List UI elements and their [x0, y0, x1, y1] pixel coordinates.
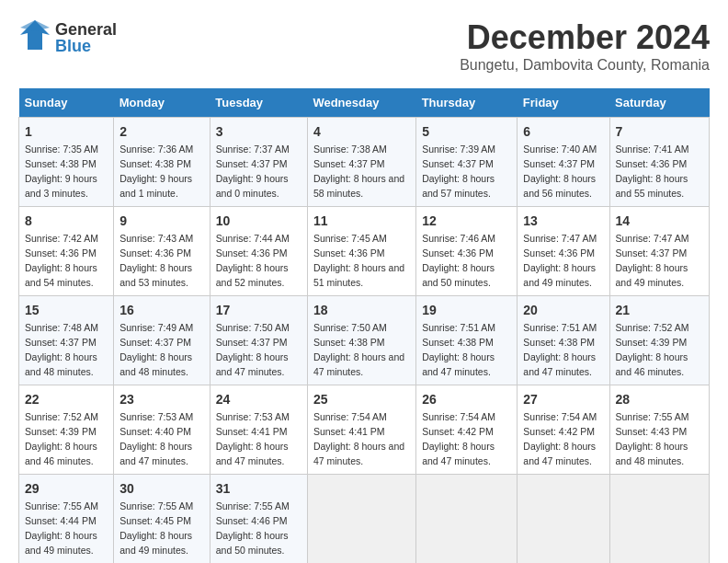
table-row: 22 Sunrise: 7:52 AM Sunset: 4:39 PM Dayl… — [19, 385, 114, 475]
day-sunrise: Sunrise: 7:51 AM — [422, 322, 495, 333]
day-number: 16 — [119, 301, 204, 319]
day-daylight: Daylight: 8 hours and 48 minutes. — [25, 351, 97, 377]
day-number: 25 — [313, 390, 410, 408]
day-sunset: Sunset: 4:41 PM — [313, 426, 385, 437]
day-number: 2 — [119, 122, 204, 141]
day-number: 23 — [119, 390, 204, 408]
day-number: 11 — [313, 212, 410, 230]
day-sunset: Sunset: 4:38 PM — [313, 337, 385, 348]
day-number: 12 — [422, 212, 511, 230]
day-sunset: Sunset: 4:39 PM — [616, 337, 688, 348]
table-row: 29 Sunrise: 7:55 AM Sunset: 4:44 PM Dayl… — [19, 475, 114, 563]
day-sunset: Sunset: 4:36 PM — [422, 247, 494, 259]
table-row: 25 Sunrise: 7:54 AM Sunset: 4:41 PM Dayl… — [307, 385, 415, 475]
day-sunrise: Sunrise: 7:49 AM — [119, 322, 193, 333]
day-sunrise: Sunrise: 7:47 AM — [616, 233, 689, 244]
day-sunset: Sunset: 4:37 PM — [25, 337, 97, 348]
day-number: 27 — [523, 390, 603, 408]
day-daylight: Daylight: 9 hours and 3 minutes. — [25, 173, 97, 199]
day-sunset: Sunset: 4:38 PM — [119, 158, 191, 169]
table-row — [307, 475, 415, 563]
day-sunset: Sunset: 4:36 PM — [313, 247, 385, 259]
day-daylight: Daylight: 8 hours and 46 minutes. — [616, 351, 688, 377]
day-sunrise: Sunrise: 7:53 AM — [216, 411, 290, 422]
col-wednesday: Wednesday — [307, 88, 415, 118]
day-sunrise: Sunrise: 7:46 AM — [422, 233, 495, 244]
day-daylight: Daylight: 8 hours and 47 minutes. — [313, 441, 404, 466]
day-daylight: Daylight: 8 hours and 53 minutes. — [119, 262, 192, 288]
day-number: 19 — [422, 301, 511, 319]
day-number: 24 — [216, 390, 301, 408]
col-thursday: Thursday — [416, 88, 518, 118]
day-sunset: Sunset: 4:41 PM — [216, 426, 288, 437]
day-number: 20 — [523, 301, 603, 319]
day-daylight: Daylight: 8 hours and 57 minutes. — [422, 173, 495, 199]
day-sunset: Sunset: 4:36 PM — [216, 247, 288, 259]
day-number: 5 — [422, 122, 511, 141]
day-daylight: Daylight: 8 hours and 58 minutes. — [313, 173, 404, 199]
day-sunset: Sunset: 4:45 PM — [119, 515, 191, 526]
day-sunset: Sunset: 4:38 PM — [25, 158, 97, 169]
day-sunrise: Sunrise: 7:50 AM — [216, 322, 290, 333]
logo-text: General Blue — [55, 21, 117, 54]
day-number: 8 — [25, 212, 108, 230]
day-sunset: Sunset: 4:37 PM — [422, 158, 494, 169]
calendar-week-row: 15 Sunrise: 7:48 AM Sunset: 4:37 PM Dayl… — [19, 296, 710, 385]
table-row: 8 Sunrise: 7:42 AM Sunset: 4:36 PM Dayli… — [19, 207, 114, 296]
day-daylight: Daylight: 8 hours and 47 minutes. — [216, 441, 289, 466]
logo: General Blue — [18, 18, 117, 56]
day-sunset: Sunset: 4:36 PM — [616, 158, 688, 169]
col-tuesday: Tuesday — [210, 88, 307, 118]
day-sunrise: Sunrise: 7:35 AM — [25, 144, 98, 155]
day-daylight: Daylight: 8 hours and 47 minutes. — [523, 441, 596, 466]
day-number: 30 — [119, 479, 204, 498]
table-row: 28 Sunrise: 7:55 AM Sunset: 4:43 PM Dayl… — [609, 385, 710, 475]
day-sunrise: Sunrise: 7:45 AM — [313, 233, 387, 244]
table-row: 7 Sunrise: 7:41 AM Sunset: 4:36 PM Dayli… — [609, 118, 710, 207]
day-number: 17 — [216, 301, 301, 319]
day-daylight: Daylight: 8 hours and 52 minutes. — [216, 262, 289, 288]
day-sunrise: Sunrise: 7:55 AM — [616, 411, 689, 422]
day-number: 6 — [523, 122, 603, 141]
day-sunrise: Sunrise: 7:41 AM — [616, 144, 689, 155]
table-row: 24 Sunrise: 7:53 AM Sunset: 4:41 PM Dayl… — [210, 385, 307, 475]
day-daylight: Daylight: 8 hours and 47 minutes. — [216, 351, 289, 377]
day-sunset: Sunset: 4:46 PM — [216, 515, 288, 526]
day-sunset: Sunset: 4:44 PM — [25, 515, 97, 526]
day-sunset: Sunset: 4:42 PM — [523, 426, 595, 437]
day-sunrise: Sunrise: 7:37 AM — [216, 144, 290, 155]
table-row: 26 Sunrise: 7:54 AM Sunset: 4:42 PM Dayl… — [416, 385, 518, 475]
table-row: 2 Sunrise: 7:36 AM Sunset: 4:38 PM Dayli… — [114, 118, 210, 207]
day-sunset: Sunset: 4:42 PM — [422, 426, 494, 437]
day-daylight: Daylight: 9 hours and 1 minute. — [119, 173, 192, 199]
table-row: 13 Sunrise: 7:47 AM Sunset: 4:36 PM Dayl… — [518, 207, 609, 296]
day-sunrise: Sunrise: 7:51 AM — [523, 322, 597, 333]
col-sunday: Sunday — [19, 88, 114, 118]
logo-icon — [18, 18, 51, 56]
table-row: 6 Sunrise: 7:40 AM Sunset: 4:37 PM Dayli… — [518, 118, 609, 207]
table-row: 30 Sunrise: 7:55 AM Sunset: 4:45 PM Dayl… — [114, 475, 210, 563]
day-sunrise: Sunrise: 7:53 AM — [119, 411, 193, 422]
table-row: 10 Sunrise: 7:44 AM Sunset: 4:36 PM Dayl… — [210, 207, 307, 296]
day-sunrise: Sunrise: 7:55 AM — [216, 500, 290, 511]
col-saturday: Saturday — [609, 88, 710, 118]
title-section: December 2024 Bungetu, Dambovita County,… — [460, 18, 710, 74]
calendar-week-row: 1 Sunrise: 7:35 AM Sunset: 4:38 PM Dayli… — [19, 118, 710, 207]
day-daylight: Daylight: 8 hours and 50 minutes. — [216, 530, 289, 556]
day-number: 1 — [25, 122, 108, 141]
day-sunrise: Sunrise: 7:52 AM — [25, 411, 98, 422]
day-sunset: Sunset: 4:37 PM — [216, 158, 288, 169]
day-number: 26 — [422, 390, 511, 408]
calendar-header-row: Sunday Monday Tuesday Wednesday Thursday… — [19, 88, 710, 118]
day-sunrise: Sunrise: 7:40 AM — [523, 144, 597, 155]
day-number: 3 — [216, 122, 301, 141]
day-daylight: Daylight: 8 hours and 56 minutes. — [523, 173, 596, 199]
day-sunset: Sunset: 4:37 PM — [313, 158, 385, 169]
day-daylight: Daylight: 8 hours and 49 minutes. — [25, 530, 97, 556]
day-sunrise: Sunrise: 7:54 AM — [313, 411, 387, 422]
day-number: 29 — [25, 479, 108, 498]
day-number: 28 — [616, 390, 704, 408]
day-daylight: Daylight: 8 hours and 54 minutes. — [25, 262, 97, 288]
calendar-week-row: 22 Sunrise: 7:52 AM Sunset: 4:39 PM Dayl… — [19, 385, 710, 475]
day-sunrise: Sunrise: 7:44 AM — [216, 233, 290, 244]
